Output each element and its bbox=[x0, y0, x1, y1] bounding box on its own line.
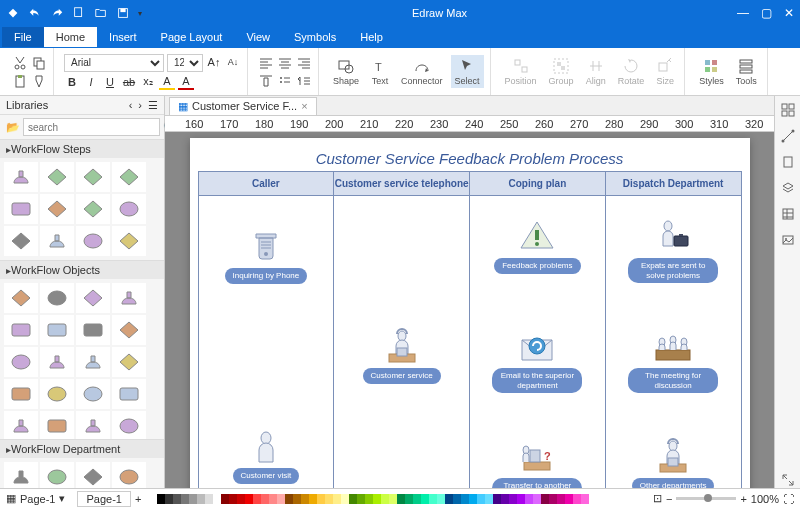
lib-next-icon[interactable]: › bbox=[138, 99, 142, 112]
library-shape[interactable] bbox=[76, 411, 110, 439]
fontcolor-icon[interactable]: A bbox=[178, 74, 194, 90]
text-tool[interactable]: TText bbox=[367, 55, 393, 88]
rb-image-icon[interactable] bbox=[780, 232, 796, 248]
lib-section-objects[interactable]: ▸ WorkFlow Objects bbox=[0, 261, 164, 279]
library-shape[interactable] bbox=[4, 347, 38, 377]
diagram-node[interactable]: Customer service bbox=[334, 326, 469, 384]
diagram-node[interactable]: Expats are sent to solve problems bbox=[606, 216, 741, 283]
size-select[interactable]: 12 bbox=[167, 54, 203, 72]
palette-swatch[interactable] bbox=[381, 494, 389, 504]
diagram-node[interactable]: Other departments bbox=[606, 436, 741, 488]
palette-swatch[interactable] bbox=[541, 494, 549, 504]
library-shape[interactable] bbox=[76, 462, 110, 488]
lane-body[interactable]: Feedback problemsEmail to the superior d… bbox=[470, 196, 605, 488]
library-shape[interactable] bbox=[112, 194, 146, 224]
format-painter-icon[interactable] bbox=[31, 73, 47, 89]
library-shape[interactable] bbox=[40, 162, 74, 192]
canvas-scroll[interactable]: Customer Service Feedback Problem Proces… bbox=[165, 132, 774, 488]
redo-icon[interactable] bbox=[50, 6, 64, 20]
palette-swatch[interactable] bbox=[485, 494, 493, 504]
palette-swatch[interactable] bbox=[165, 494, 173, 504]
library-shape[interactable] bbox=[76, 379, 110, 409]
palette-swatch[interactable] bbox=[341, 494, 349, 504]
palette-swatch[interactable] bbox=[405, 494, 413, 504]
lib-prev-icon[interactable]: ‹ bbox=[129, 99, 133, 112]
palette-swatch[interactable] bbox=[437, 494, 445, 504]
palette-swatch[interactable] bbox=[269, 494, 277, 504]
palette-swatch[interactable] bbox=[421, 494, 429, 504]
open-lib-icon[interactable]: 📂 bbox=[6, 121, 20, 134]
library-shape[interactable] bbox=[40, 462, 74, 488]
zoom-slider[interactable] bbox=[676, 497, 736, 500]
palette-swatch[interactable] bbox=[197, 494, 205, 504]
palette-swatch[interactable] bbox=[581, 494, 589, 504]
new-icon[interactable] bbox=[72, 6, 86, 20]
color-palette[interactable] bbox=[157, 494, 637, 504]
rotate-tool[interactable]: Rotate bbox=[614, 55, 649, 88]
palette-swatch[interactable] bbox=[293, 494, 301, 504]
palette-swatch[interactable] bbox=[205, 494, 213, 504]
palette-swatch[interactable] bbox=[213, 494, 221, 504]
menu-insert[interactable]: Insert bbox=[97, 27, 149, 47]
font-select[interactable]: Arial bbox=[64, 54, 164, 72]
library-shape[interactable] bbox=[4, 226, 38, 256]
page-dropdown-icon[interactable]: ▾ bbox=[59, 492, 65, 505]
diagram-node[interactable]: Customer visit bbox=[199, 426, 334, 484]
palette-swatch[interactable] bbox=[245, 494, 253, 504]
library-shape[interactable] bbox=[4, 315, 38, 345]
lane-body[interactable]: Inquiring by PhoneCustomer visit bbox=[199, 196, 334, 488]
select-tool[interactable]: Select bbox=[451, 55, 484, 88]
palette-swatch[interactable] bbox=[301, 494, 309, 504]
palette-swatch[interactable] bbox=[277, 494, 285, 504]
diagram-node[interactable]: The meeting for discussion bbox=[606, 326, 741, 393]
palette-swatch[interactable] bbox=[317, 494, 325, 504]
italic-icon[interactable]: I bbox=[83, 74, 99, 90]
maximize-icon[interactable]: ▢ bbox=[761, 6, 772, 20]
library-shape[interactable] bbox=[112, 226, 146, 256]
palette-swatch[interactable] bbox=[453, 494, 461, 504]
palette-swatch[interactable] bbox=[493, 494, 501, 504]
highlight-icon[interactable]: A bbox=[159, 74, 175, 90]
palette-swatch[interactable] bbox=[253, 494, 261, 504]
search-input[interactable] bbox=[23, 118, 160, 136]
library-shape[interactable] bbox=[40, 194, 74, 224]
library-shape[interactable] bbox=[4, 411, 38, 439]
library-shape[interactable] bbox=[4, 462, 38, 488]
palette-swatch[interactable] bbox=[429, 494, 437, 504]
copy-icon[interactable] bbox=[31, 55, 47, 71]
menu-page-layout[interactable]: Page Layout bbox=[149, 27, 235, 47]
styles-tool[interactable]: Styles bbox=[695, 55, 728, 88]
library-shape[interactable] bbox=[112, 411, 146, 439]
palette-swatch[interactable] bbox=[557, 494, 565, 504]
palette-swatch[interactable] bbox=[173, 494, 181, 504]
lane-body[interactable]: Customer service bbox=[334, 196, 469, 488]
library-shape[interactable] bbox=[4, 162, 38, 192]
palette-swatch[interactable] bbox=[237, 494, 245, 504]
lib-menu-icon[interactable]: ☰ bbox=[148, 99, 158, 112]
library-shape[interactable] bbox=[112, 283, 146, 313]
palette-swatch[interactable] bbox=[509, 494, 517, 504]
palette-swatch[interactable] bbox=[469, 494, 477, 504]
tools-tool[interactable]: Tools bbox=[732, 55, 761, 88]
palette-swatch[interactable] bbox=[365, 494, 373, 504]
add-page-icon[interactable]: + bbox=[135, 493, 141, 505]
palette-swatch[interactable] bbox=[349, 494, 357, 504]
library-shape[interactable] bbox=[76, 194, 110, 224]
rb-layers-icon[interactable] bbox=[780, 180, 796, 196]
library-shape[interactable] bbox=[76, 226, 110, 256]
palette-swatch[interactable] bbox=[533, 494, 541, 504]
lane-body[interactable]: Expats are sent to solve problemsThe mee… bbox=[606, 196, 741, 488]
palette-swatch[interactable] bbox=[333, 494, 341, 504]
library-shape[interactable] bbox=[76, 162, 110, 192]
zoom-out-icon[interactable]: − bbox=[666, 493, 672, 505]
shrink-font-icon[interactable]: A↓ bbox=[225, 54, 241, 70]
shape-tool[interactable]: Shape bbox=[329, 55, 363, 88]
page[interactable]: Customer Service Feedback Problem Proces… bbox=[190, 138, 750, 488]
palette-swatch[interactable] bbox=[413, 494, 421, 504]
page-tab[interactable]: Page-1 bbox=[77, 491, 130, 507]
close-tab-icon[interactable]: × bbox=[301, 100, 307, 112]
paste-icon[interactable] bbox=[12, 73, 28, 89]
rb-page-icon[interactable] bbox=[780, 154, 796, 170]
palette-swatch[interactable] bbox=[573, 494, 581, 504]
underline-icon[interactable]: U bbox=[102, 74, 118, 90]
